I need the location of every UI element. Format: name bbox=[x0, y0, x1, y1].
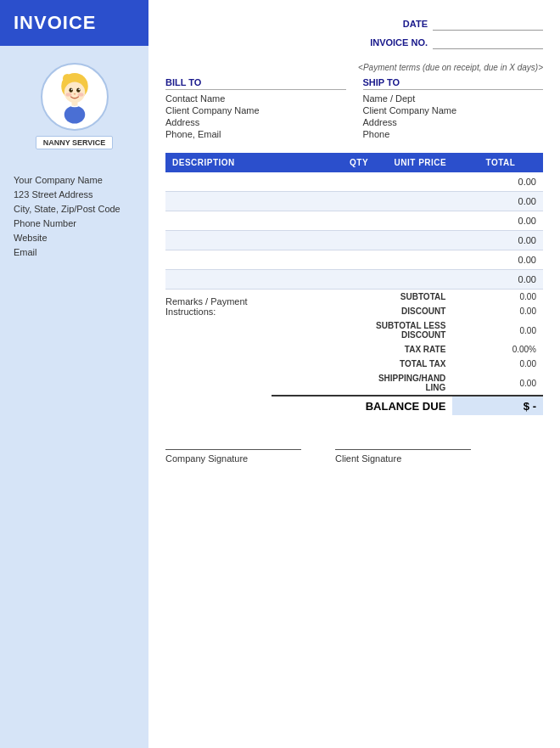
row-qty[interactable] bbox=[335, 250, 383, 270]
logo-container: NANNY SERVICE bbox=[0, 46, 148, 158]
email: Email bbox=[14, 247, 120, 257]
row-qty[interactable] bbox=[335, 192, 383, 211]
company-name: Your Company Name bbox=[14, 175, 120, 185]
row-total: 0.00 bbox=[458, 231, 543, 250]
discount-label: DISCOUNT bbox=[272, 304, 452, 318]
main-content: DATE INVOICE NO. <Payment terms (due on … bbox=[148, 0, 560, 748]
row-qty[interactable] bbox=[335, 172, 383, 192]
col-qty: QTY bbox=[335, 153, 383, 172]
table-row[interactable]: 0.00 bbox=[165, 270, 543, 290]
street-address: 123 Street Address bbox=[14, 189, 120, 200]
row-unit-price[interactable] bbox=[383, 270, 458, 290]
svg-rect-11 bbox=[71, 101, 77, 105]
row-unit-price[interactable] bbox=[383, 192, 458, 211]
row-qty[interactable] bbox=[335, 270, 383, 290]
svg-point-6 bbox=[78, 88, 80, 90]
total-tax-row: TOTAL TAX 0.00 bbox=[272, 357, 543, 371]
row-unit-price[interactable] bbox=[383, 211, 458, 231]
ship-company: Client Company Name bbox=[363, 105, 544, 115]
svg-point-9 bbox=[77, 93, 83, 96]
totals-col: SUBTOTAL 0.00 DISCOUNT 0.00 SUBTOTAL LES… bbox=[272, 290, 543, 415]
ship-phone: Phone bbox=[363, 129, 544, 139]
row-unit-price[interactable] bbox=[383, 172, 458, 192]
shipping-label: SHIPPING/HANDLING bbox=[272, 371, 452, 396]
col-unit-price: UNIT PRICE bbox=[383, 153, 458, 172]
city-state-zip: City, State, Zip/Post Code bbox=[14, 204, 120, 214]
svg-point-3 bbox=[69, 88, 72, 93]
svg-point-5 bbox=[70, 88, 72, 90]
svg-point-1 bbox=[63, 74, 72, 83]
invoice-no-input-line[interactable] bbox=[433, 36, 543, 49]
invoice-no-row: INVOICE NO. bbox=[360, 36, 543, 49]
row-total: 0.00 bbox=[458, 211, 543, 231]
row-qty[interactable] bbox=[335, 231, 383, 250]
table-row[interactable]: 0.00 bbox=[165, 172, 543, 192]
website: Website bbox=[14, 233, 120, 243]
ship-to-col: SHIP TO Name / Dept Client Company Name … bbox=[363, 77, 544, 141]
svg-point-8 bbox=[65, 93, 71, 96]
date-row: DATE bbox=[360, 17, 543, 31]
nanny-icon bbox=[45, 67, 104, 127]
ship-address: Address bbox=[363, 117, 544, 127]
col-description: DESCRIPTION bbox=[165, 153, 335, 172]
row-total: 0.00 bbox=[458, 250, 543, 270]
bill-company: Client Company Name bbox=[165, 105, 346, 115]
row-description[interactable] bbox=[165, 270, 335, 290]
client-sig-col: Client Signature bbox=[335, 449, 471, 464]
table-row[interactable]: 0.00 bbox=[165, 211, 543, 231]
balance-due-value: $ - bbox=[452, 396, 543, 415]
bill-phone-email: Phone, Email bbox=[165, 129, 346, 139]
row-total: 0.00 bbox=[458, 172, 543, 192]
row-description[interactable] bbox=[165, 172, 335, 192]
svg-point-10 bbox=[64, 106, 85, 124]
tax-rate-value: 0.00% bbox=[452, 342, 543, 357]
bill-to-title: BILL TO bbox=[165, 77, 346, 90]
subtotal-label: SUBTOTAL bbox=[272, 290, 452, 304]
invoice-title: INVOICE bbox=[14, 12, 135, 34]
table-row[interactable]: 0.00 bbox=[165, 231, 543, 250]
row-description[interactable] bbox=[165, 250, 335, 270]
subtotal-less-value: 0.00 bbox=[452, 318, 543, 342]
logo-label: NANNY SERVICE bbox=[36, 136, 114, 149]
svg-point-2 bbox=[64, 82, 85, 104]
totals-wrapper: Remarks / Payment Instructions: SUBTOTAL… bbox=[165, 290, 543, 415]
row-unit-price[interactable] bbox=[383, 250, 458, 270]
invoice-table: DESCRIPTION QTY UNIT PRICE TOTAL 0.00 0.… bbox=[165, 153, 543, 290]
table-row[interactable]: 0.00 bbox=[165, 192, 543, 211]
sidebar: INVOICE bbox=[0, 0, 148, 748]
company-sig-label: Company Signature bbox=[165, 453, 248, 464]
col-total: TOTAL bbox=[458, 153, 543, 172]
subtotal-value: 0.00 bbox=[452, 290, 543, 304]
client-sig-label: Client Signature bbox=[335, 453, 401, 464]
total-tax-label: TOTAL TAX bbox=[272, 357, 452, 371]
row-description[interactable] bbox=[165, 231, 335, 250]
shipping-row: SHIPPING/HANDLING 0.00 bbox=[272, 371, 543, 396]
row-qty[interactable] bbox=[335, 211, 383, 231]
date-label: DATE bbox=[360, 19, 428, 29]
bill-address: Address bbox=[165, 117, 346, 127]
payment-terms: <Payment terms (due on receipt, due in X… bbox=[165, 63, 543, 72]
row-total: 0.00 bbox=[458, 192, 543, 211]
ship-to-title: SHIP TO bbox=[363, 77, 544, 90]
row-description[interactable] bbox=[165, 192, 335, 211]
totals-table: SUBTOTAL 0.00 DISCOUNT 0.00 SUBTOTAL LES… bbox=[272, 290, 543, 415]
discount-value: 0.00 bbox=[452, 304, 543, 318]
address-section: BILL TO Contact Name Client Company Name… bbox=[165, 77, 543, 141]
ship-name-dept: Name / Dept bbox=[363, 93, 544, 104]
row-unit-price[interactable] bbox=[383, 231, 458, 250]
remarks-col: Remarks / Payment Instructions: bbox=[165, 290, 272, 415]
svg-point-7 bbox=[73, 93, 76, 95]
subtotal-less-label: SUBTOTAL LESSDISCOUNT bbox=[272, 318, 452, 342]
subtotal-less-row: SUBTOTAL LESSDISCOUNT 0.00 bbox=[272, 318, 543, 342]
logo-circle bbox=[41, 63, 109, 131]
discount-row: DISCOUNT 0.00 bbox=[272, 304, 543, 318]
shipping-value: 0.00 bbox=[452, 371, 543, 396]
remarks-label: Remarks / Payment Instructions: bbox=[165, 296, 248, 317]
table-row[interactable]: 0.00 bbox=[165, 250, 543, 270]
subtotal-row: SUBTOTAL 0.00 bbox=[272, 290, 543, 304]
invoice-no-label: INVOICE NO. bbox=[360, 37, 428, 48]
row-description[interactable] bbox=[165, 211, 335, 231]
date-input-line[interactable] bbox=[433, 17, 543, 31]
sidebar-header: INVOICE bbox=[0, 0, 148, 46]
meta-section: DATE INVOICE NO. bbox=[165, 17, 543, 54]
